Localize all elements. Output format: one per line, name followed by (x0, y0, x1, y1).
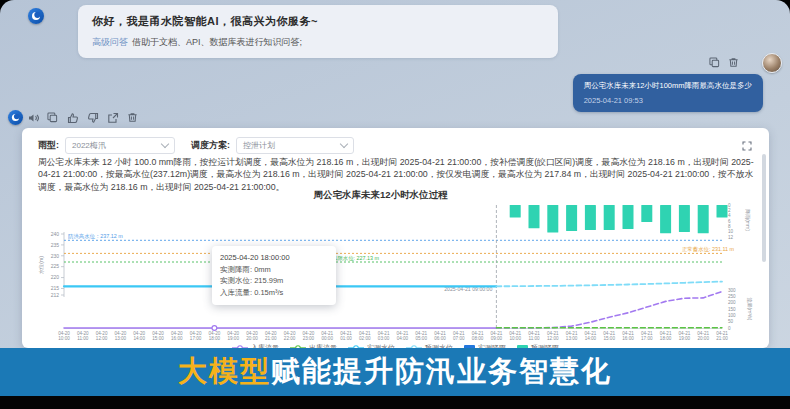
message-time: 2025-04-21 09:53 (584, 96, 752, 105)
bottom-black-bar (0, 396, 790, 409)
sound-icon[interactable] (26, 111, 39, 124)
assistant-logo-icon (31, 11, 41, 21)
svg-text:220: 220 (51, 274, 60, 280)
svg-text:04-2114:00: 04-2114:00 (585, 331, 597, 342)
svg-text:04-2021:00: 04-2021:00 (265, 331, 277, 342)
svg-text:04-2018:00: 04-2018:00 (209, 331, 221, 342)
svg-text:04-2120:00: 04-2120:00 (697, 331, 709, 342)
svg-text:04-2115:00: 04-2115:00 (603, 331, 615, 342)
user-message-toolbar (708, 56, 740, 69)
svg-text:04-2105:00: 04-2105:00 (415, 331, 427, 342)
svg-text:04-2113:00: 04-2113:00 (566, 331, 578, 342)
svg-text:10: 10 (728, 229, 734, 234)
assistant-avatar (8, 110, 23, 125)
chevron-down-icon (161, 140, 169, 148)
svg-text:流量(m³/s): 流量(m³/s) (746, 297, 753, 320)
export-icon[interactable] (106, 111, 119, 124)
svg-text:100: 100 (728, 313, 736, 318)
greeting-title: 你好，我是甬水院智能AI，很高兴为你服务~ (92, 14, 544, 29)
banner-title: 大模型赋能提升防汛业务智慧化 (178, 352, 612, 392)
tooltip-row: 入库流量: 0.15m³/s (220, 287, 328, 299)
svg-text:04-2013:00: 04-2013:00 (115, 331, 127, 342)
banner-rest: 赋能提升防汛业务智慧化 (271, 355, 612, 387)
svg-text:200: 200 (728, 300, 736, 305)
svg-text:04-2019:00: 04-2019:00 (227, 331, 239, 342)
svg-text:04-2014:00: 04-2014:00 (133, 331, 145, 342)
svg-text:04-2100:00: 04-2100:00 (321, 331, 333, 342)
svg-text:04-2119:00: 04-2119:00 (679, 331, 691, 342)
svg-text:04-2020:00: 04-2020:00 (246, 331, 258, 342)
svg-text:04-2108:00: 04-2108:00 (472, 331, 484, 342)
greeting-subtitle: 高级问答借助于文档、API、数据库表进行知识问答; (92, 36, 544, 49)
svg-text:04-2023:00: 04-2023:00 (303, 331, 315, 342)
banner: 大模型赋能提升防汛业务智慧化 (0, 348, 790, 396)
svg-text:0: 0 (728, 203, 731, 208)
svg-text:04-2116:00: 04-2116:00 (622, 331, 634, 342)
svg-text:250: 250 (728, 294, 736, 299)
user-bubble: 周公宅水库未来12小时100mm降雨最高水位是多少 2025-04-21 09:… (573, 74, 763, 112)
panel-scrollbar[interactable] (762, 154, 766, 262)
fullscreen-icon[interactable] (740, 139, 753, 152)
chevron-down-icon (340, 140, 348, 148)
tooltip-time: 2025-04-20 18:00:00 (220, 252, 328, 264)
qa-mode-description: 借助于文档、API、数据库表进行知识问答; (132, 37, 302, 47)
svg-text:4: 4 (728, 213, 731, 218)
svg-text:0: 0 (728, 326, 731, 331)
svg-text:防洪高水位：237.12 m: 防洪高水位：237.12 m (68, 233, 123, 240)
svg-text:汛限水位: 227.13 m: 汛限水位: 227.13 m (332, 255, 380, 261)
svg-text:212: 212 (51, 292, 60, 298)
svg-text:04-2117:00: 04-2117:00 (641, 331, 653, 342)
svg-text:04-2121:00: 04-2121:00 (716, 331, 728, 342)
trash-icon[interactable] (126, 111, 139, 124)
svg-text:04-2104:00: 04-2104:00 (397, 331, 409, 342)
copy-icon[interactable] (708, 56, 721, 69)
qa-mode-badge[interactable]: 高级问答 (92, 37, 128, 47)
thumbs-down-icon[interactable] (86, 111, 99, 124)
plan-value: 控泄计划 (243, 140, 275, 151)
assistant-avatar (28, 8, 44, 24)
svg-text:04-2107:00: 04-2107:00 (453, 331, 465, 342)
svg-text:04-2102:00: 04-2102:00 (359, 331, 371, 342)
answer-toolbar (26, 111, 139, 124)
svg-text:230: 230 (51, 253, 60, 259)
svg-text:04-2016:00: 04-2016:00 (171, 331, 183, 342)
chart-tooltip: 2025-04-20 18:00:00 实测降雨: 0mm 实测水位: 215.… (212, 246, 336, 305)
svg-text:300: 300 (728, 288, 736, 293)
plan-select[interactable]: 控泄计划 (236, 137, 354, 154)
chart-svg[interactable]: 240235230225220215212水位(m)024681012降雨(mm… (34, 199, 757, 345)
tooltip-row: 实测降雨: 0mm (220, 264, 328, 276)
tooltip-row: 实测水位: 215.99m (220, 275, 328, 287)
plan-label: 调度方案: (191, 139, 230, 152)
rain-type-label: 雨型: (38, 139, 59, 152)
thumbs-up-icon[interactable] (66, 111, 79, 124)
svg-text:50: 50 (728, 319, 734, 324)
svg-text:04-2112:00: 04-2112:00 (547, 331, 559, 342)
rain-type-value: 2022梅汛 (72, 140, 106, 151)
banner-highlight: 大模型 (178, 355, 271, 387)
svg-text:12: 12 (728, 235, 734, 240)
rain-type-select[interactable]: 2022梅汛 (65, 137, 175, 154)
summary-text: 周公宅水库未来 12 小时 100.0 mm降雨，按控运计划调度，最高水位为 2… (38, 156, 755, 193)
svg-text:04-2011:00: 04-2011:00 (77, 331, 89, 342)
svg-text:8: 8 (728, 224, 731, 229)
svg-text:04-2010:00: 04-2010:00 (58, 331, 70, 342)
svg-text:04-2110:00: 04-2110:00 (509, 331, 521, 342)
trash-icon[interactable] (727, 56, 740, 69)
svg-text:04-2111:00: 04-2111:00 (528, 331, 540, 342)
svg-text:04-2103:00: 04-2103:00 (378, 331, 390, 342)
svg-text:降雨(mm): 降雨(mm) (745, 209, 751, 231)
svg-text:225: 225 (51, 263, 60, 269)
answer-panel: 雨型: 2022梅汛 调度方案: 控泄计划 周公宅水库未来 12 小时 100.… (22, 128, 769, 348)
svg-text:2: 2 (728, 208, 731, 213)
svg-text:04-2017:00: 04-2017:00 (190, 331, 202, 342)
copy-icon[interactable] (46, 111, 59, 124)
svg-text:04-2118:00: 04-2118:00 (660, 331, 672, 342)
svg-text:04-2101:00: 04-2101:00 (340, 331, 352, 342)
svg-text:150: 150 (728, 307, 736, 312)
user-message-text: 周公宅水库未来12小时100mm降雨最高水位是多少 (584, 81, 752, 91)
svg-text:240: 240 (51, 231, 60, 237)
controls-row: 雨型: 2022梅汛 调度方案: 控泄计划 (38, 137, 753, 154)
svg-text:215: 215 (51, 285, 60, 291)
greeting-bubble: 你好，我是甬水院智能AI，很高兴为你服务~ 高级问答借助于文档、API、数据库表… (78, 5, 558, 58)
user-avatar[interactable] (762, 53, 782, 73)
